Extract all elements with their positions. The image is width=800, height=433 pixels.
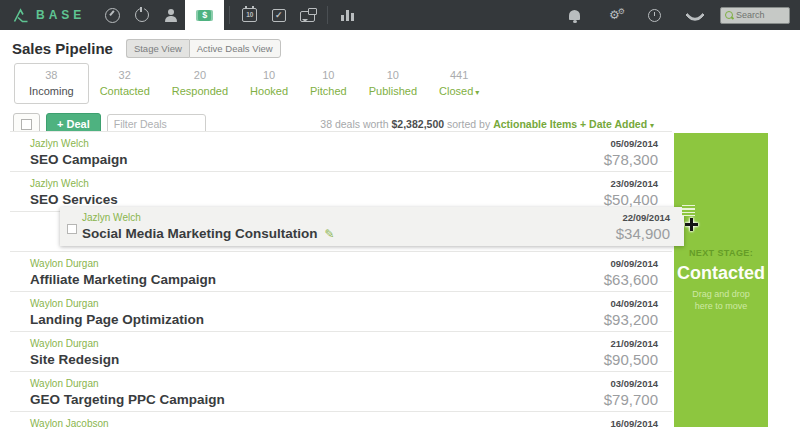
deal-date: 21/09/2014 [604, 338, 658, 349]
goals-icon[interactable] [127, 0, 156, 30]
search-input[interactable]: Search [720, 7, 790, 24]
next-stage-name: Contacted [677, 263, 765, 284]
calendar-icon[interactable]: 10 [235, 0, 264, 30]
deal-date: 09/09/2014 [604, 258, 658, 269]
stage-label: Responded [172, 85, 228, 97]
nav-divider [327, 6, 328, 24]
deal-contact-link[interactable]: Waylon Durgan [30, 298, 204, 309]
stage-tab-incoming[interactable]: 38Incoming [14, 63, 89, 104]
deal-contact-link[interactable]: Waylon Durgan [30, 338, 119, 349]
deal-title[interactable]: GEO Targeting PPC Campaign [30, 392, 225, 407]
stage-count: 10 [310, 69, 347, 81]
deal-row[interactable]: Jazlyn Welch SEO Campaign 05/09/2014 $78… [10, 132, 672, 172]
deal-row[interactable]: Waylon Durgan Affiliate Marketing Campai… [10, 252, 672, 292]
stage-label: Contacted [100, 85, 150, 97]
dragged-deal-row[interactable]: Jazlyn Welch Social Media Marketing Cons… [60, 207, 684, 246]
deal-contact-link[interactable]: Jazlyn Welch [30, 178, 118, 189]
deal-date: 16/09/2014 [604, 418, 658, 429]
brand-name: BASE [36, 8, 85, 22]
deal-title[interactable]: Affiliate Marketing Campaign [30, 272, 216, 287]
deal-date: 03/09/2014 [604, 378, 658, 389]
sort-caret-icon[interactable]: ▾ [650, 121, 654, 130]
deal-amount: $90,500 [604, 351, 658, 368]
stage-tab-responded[interactable]: 20Responded [161, 63, 239, 104]
deal-date: 04/09/2014 [604, 298, 658, 309]
deal-contact-link[interactable]: Jazlyn Welch [30, 138, 128, 149]
notifications-bell-icon[interactable] [560, 10, 589, 20]
deal-row[interactable]: Jazlyn Welch SEO Services 23/09/2014 $50… [10, 172, 672, 212]
deal-title[interactable]: SEO Services [30, 192, 118, 207]
nav-icon-group: $ 10 ✓ [98, 0, 362, 30]
checkbox-icon [21, 119, 32, 130]
deal-contact-link[interactable]: Waylon Durgan [30, 378, 225, 389]
recent-clock-icon[interactable] [640, 9, 669, 22]
deal-title[interactable]: Landing Page Optimization [30, 312, 204, 327]
view-toggle-group: Stage ViewActive Deals View [126, 39, 281, 58]
settings-gear-icon[interactable]: ⚙ [600, 9, 629, 21]
deal-amount: $50,400 [604, 191, 658, 208]
deal-amount: $34,900 [616, 225, 670, 242]
sort-selector-link[interactable]: Actionable Items + Date Added [493, 118, 647, 130]
pipeline-stage-tabs: 38Incoming32Contacted20Responded10Hooked… [0, 60, 800, 104]
view-button[interactable]: Stage View [126, 39, 189, 58]
dashboard-icon[interactable] [98, 0, 127, 30]
chevron-down-icon[interactable]: ▾ [475, 88, 479, 97]
stage-label: Pitched [310, 85, 347, 97]
contacts-icon[interactable] [156, 0, 185, 30]
page-title: Sales Pipeline [12, 40, 113, 57]
deal-checkbox[interactable] [67, 224, 77, 234]
page-header: Sales Pipeline Stage ViewActive Deals Vi… [0, 30, 800, 60]
phone-icon[interactable] [680, 8, 709, 22]
deal-date: 23/09/2014 [604, 178, 658, 189]
deal-row[interactable]: Waylon Durgan Landing Page Optimization … [10, 292, 672, 332]
tasks-icon[interactable]: ✓ [264, 0, 293, 30]
summary-middle: sorted by [447, 118, 490, 130]
next-stage-kicker: NEXT STAGE: [689, 248, 753, 258]
search-placeholder: Search [736, 10, 765, 20]
stage-tab-published[interactable]: 10Published [358, 63, 428, 104]
deal-contact-link[interactable]: Waylon Jacobson [30, 418, 194, 429]
stage-count: 10 [250, 69, 288, 81]
nav-right-group: ⚙ Search [560, 0, 800, 30]
search-icon [725, 11, 733, 19]
edit-icon[interactable]: ✎ [325, 227, 335, 241]
stage-label: Closed▾ [439, 85, 479, 97]
stage-count: 10 [369, 69, 417, 81]
stage-tab-hooked[interactable]: 10Hooked [239, 63, 299, 104]
deal-title[interactable]: SEO Campaign [30, 152, 128, 167]
reports-icon[interactable] [333, 0, 362, 30]
stage-label: Hooked [250, 85, 288, 97]
nav-divider [229, 6, 230, 24]
communications-icon[interactable] [293, 0, 322, 30]
deal-date: 05/09/2014 [604, 138, 658, 149]
deal-row[interactable]: Waylon Jacobson Copywriting Consultation… [10, 412, 672, 433]
base-logo-icon [13, 8, 29, 23]
deals-icon-active-tab[interactable]: $ [185, 0, 224, 30]
drag-handle-icon[interactable] [682, 203, 695, 216]
stage-count: 20 [172, 69, 228, 81]
base-logo[interactable]: BASE [0, 0, 98, 30]
stage-tab-closed[interactable]: 441Closed▾ [428, 63, 490, 104]
drop-zone-hint: Drag and drop here to move [682, 288, 760, 312]
deal-row[interactable]: Waylon Durgan GEO Targeting PPC Campaign… [10, 372, 672, 412]
summary-prefix: 38 deals worth [320, 118, 388, 130]
deal-row[interactable]: Waylon Durgan Site Redesign 21/09/2014 $… [10, 332, 672, 372]
stage-label: Incoming [29, 85, 74, 97]
deal-list: Jazlyn Welch SEO Campaign 05/09/2014 $78… [10, 131, 672, 433]
calendar-day-badge: 10 [242, 8, 257, 22]
summary-total: $2,382,500 [392, 118, 445, 130]
stage-count: 441 [439, 69, 479, 81]
stage-tab-pitched[interactable]: 10Pitched [299, 63, 358, 104]
deal-contact-link[interactable]: Waylon Durgan [30, 258, 216, 269]
view-button[interactable]: Active Deals View [189, 39, 281, 58]
move-cursor-icon [685, 218, 698, 231]
deal-title[interactable]: Social Media Marketing Consultation [82, 226, 318, 241]
deal-title[interactable]: Site Redesign [30, 352, 119, 367]
next-stage-drop-zone[interactable]: NEXT STAGE: Contacted Drag and drop here… [674, 133, 768, 427]
deal-amount: $63,600 [604, 271, 658, 288]
stage-tab-contacted[interactable]: 32Contacted [89, 63, 161, 104]
deal-amount: $93,200 [604, 311, 658, 328]
deals-dollar-icon: $ [196, 10, 213, 21]
deal-contact-link[interactable]: Jazlyn Welch [82, 212, 335, 223]
stage-count: 38 [29, 69, 74, 81]
